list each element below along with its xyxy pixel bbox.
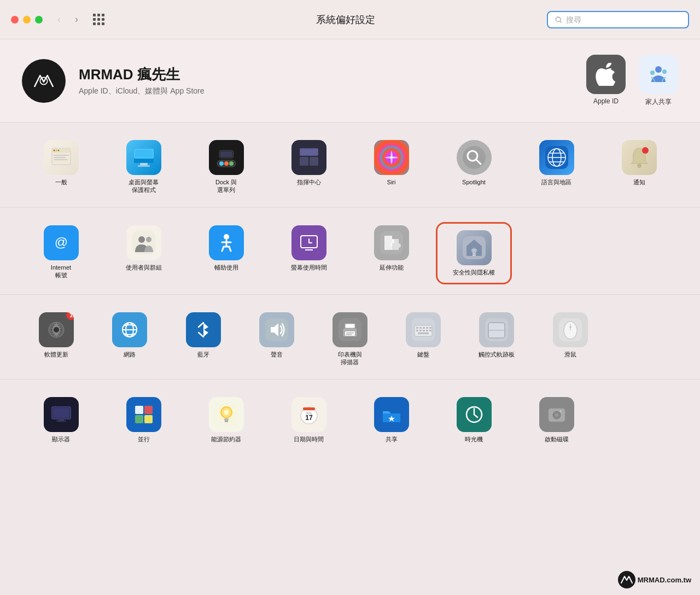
language-icon <box>539 140 574 175</box>
pref-energy[interactable]: 能源節約器 <box>187 393 265 447</box>
pref-software[interactable]: 1 軟體更新 <box>22 308 91 363</box>
svg-point-22 <box>219 161 224 166</box>
svg-rect-77 <box>416 327 418 329</box>
pref-display[interactable]: 顯示器 <box>22 393 100 447</box>
desktop-icon <box>126 140 161 175</box>
profile-subtitle: Apple ID、iCloud、媒體與 App Store <box>79 86 586 96</box>
pref-trackpad[interactable]: 觸控式軌跡板 <box>462 308 531 363</box>
svg-rect-85 <box>426 330 428 331</box>
pref-sound[interactable]: 聲音 <box>242 308 311 363</box>
svg-rect-101 <box>135 406 143 414</box>
timemachine-label: 時光機 <box>465 435 483 443</box>
pref-bluetooth[interactable]: 藍牙 <box>168 308 237 363</box>
network-label: 網路 <box>124 351 136 358</box>
display-icon <box>44 397 79 432</box>
pref-users[interactable]: 使用者與群組 <box>104 221 183 276</box>
title-bar: ‹ › 系統偏好設定 <box>0 0 700 39</box>
svg-rect-83 <box>419 330 422 331</box>
pref-spotlight[interactable]: Spotlight <box>435 136 513 190</box>
pref-sharing[interactable]: 共享 <box>352 393 430 447</box>
svg-point-50 <box>224 234 229 240</box>
app-title: 系統偏好設定 <box>111 13 580 26</box>
minimize-button[interactable] <box>23 16 31 24</box>
pref-mission[interactable]: 指揮中心 <box>270 136 348 190</box>
pref-notifications[interactable]: 通知 <box>600 136 678 190</box>
energy-label: 能源節約器 <box>211 435 241 443</box>
apple-id-button[interactable]: Apple ID <box>586 55 626 107</box>
pref-desktop[interactable]: 桌面與螢幕保護程式 <box>104 136 183 199</box>
svg-rect-112 <box>303 407 315 410</box>
family-sharing-button[interactable]: 家人共享 <box>639 55 678 107</box>
parallel-icon <box>126 397 161 432</box>
timemachine-icon <box>457 397 492 432</box>
svg-rect-103 <box>135 415 143 423</box>
maximize-button[interactable] <box>35 16 43 24</box>
datetime-icon: JUL 17 <box>291 397 326 432</box>
extensions-label: 延伸功能 <box>380 264 404 271</box>
search-input[interactable] <box>566 15 681 24</box>
pref-keyboard[interactable]: 鍵盤 <box>389 308 458 363</box>
pref-mouse[interactable]: 滑鼠 <box>536 308 605 363</box>
security-icon <box>457 230 492 265</box>
pref-datetime[interactable]: JUL 17 日期與時間 <box>270 393 348 447</box>
security-highlight-border: 安全性與隱私權 <box>436 222 512 284</box>
pref-internet[interactable]: @ Internet帳號 <box>22 221 100 284</box>
prefs-grid-3: 1 軟體更新 網路 <box>22 308 678 371</box>
svg-point-4 <box>655 66 662 73</box>
svg-rect-73 <box>346 332 354 334</box>
apple-id-icon-box <box>586 55 626 94</box>
pref-network[interactable]: 網路 <box>95 308 164 363</box>
svg-point-43 <box>642 147 649 154</box>
pref-screentime[interactable]: 螢幕使用時間 <box>270 221 348 276</box>
svg-point-123 <box>559 411 561 412</box>
svg-point-42 <box>637 164 641 168</box>
svg-rect-86 <box>429 330 431 331</box>
extensions-icon <box>374 225 409 260</box>
grid-icon[interactable] <box>93 14 104 25</box>
svg-rect-31 <box>301 149 317 155</box>
back-button[interactable]: ‹ <box>51 12 67 27</box>
pref-siri[interactable]: Siri <box>352 136 430 190</box>
desktop-label: 桌面與螢幕保護程式 <box>129 178 159 194</box>
svg-point-94 <box>569 326 571 328</box>
pref-parallel[interactable]: 並行 <box>104 393 183 447</box>
display-label: 顯示器 <box>52 435 70 443</box>
sound-icon <box>259 312 294 347</box>
pref-timemachine[interactable]: 時光機 <box>435 393 513 447</box>
pref-printer[interactable]: 印表機與掃描器 <box>316 308 384 371</box>
watermark-text: MRMAD.com.tw <box>638 576 691 584</box>
svg-rect-74 <box>346 334 352 335</box>
svg-rect-78 <box>419 327 422 329</box>
svg-point-59 <box>473 251 475 253</box>
internet-label: Internet帳號 <box>51 264 71 279</box>
screentime-label: 螢幕使用時間 <box>291 264 327 271</box>
svg-rect-71 <box>345 331 355 336</box>
svg-rect-84 <box>423 330 425 331</box>
svg-point-47 <box>138 236 145 243</box>
close-button[interactable] <box>11 16 19 24</box>
search-box[interactable] <box>547 11 689 28</box>
svg-rect-97 <box>53 408 69 418</box>
siri-icon <box>374 140 409 175</box>
pref-extensions[interactable]: 延伸功能 <box>352 221 430 276</box>
dock-label: Dock 與選單列 <box>215 178 237 194</box>
pref-startup[interactable]: 啟動磁碟 <box>517 393 596 447</box>
security-label: 安全性與隱私權 <box>453 269 495 276</box>
pref-language[interactable]: 語言與地區 <box>517 136 596 190</box>
general-label: 一般 <box>55 178 67 186</box>
family-sharing-label: 家人共享 <box>645 97 672 107</box>
svg-point-11 <box>57 150 59 151</box>
pref-dock[interactable]: Dock 與選單列 <box>187 136 265 199</box>
bluetooth-icon <box>186 312 221 347</box>
pref-security[interactable]: 安全性與隱私權 <box>440 226 508 281</box>
forward-button[interactable]: › <box>69 12 84 27</box>
svg-point-122 <box>555 413 558 417</box>
svg-point-33 <box>463 146 486 169</box>
profile-section: MRMAD 瘋先生 Apple ID、iCloud、媒體與 App Store … <box>0 39 700 122</box>
prefs-grid-4: 顯示器 並行 <box>22 393 678 447</box>
svg-point-0 <box>556 17 561 22</box>
prefs-grid-2: @ Internet帳號 使用者與群組 <box>22 221 678 285</box>
pref-accessibility[interactable]: 輔助使用 <box>187 221 265 276</box>
pref-general[interactable]: 一般 <box>22 136 100 190</box>
mouse-label: 滑鼠 <box>564 351 576 358</box>
